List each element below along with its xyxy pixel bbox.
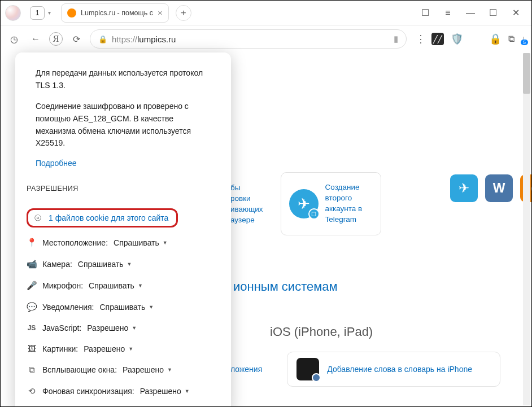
cookie-row: ⦾ 1 файлов cookie для этого сайта xyxy=(27,204,213,232)
social-row: ✈ W ǒ xyxy=(450,52,532,202)
window-close-icon[interactable]: ✕ xyxy=(504,2,527,24)
browser-tab[interactable]: Lumpics.ru - помощь с × xyxy=(61,3,169,23)
popup-icon: ⧉ xyxy=(27,365,37,375)
more-info-link[interactable]: Подробнее xyxy=(36,159,213,168)
perm-value: Разрешено xyxy=(140,387,181,396)
perm-images[interactable]: 🖼 Картинки: Разрешено ▼ xyxy=(27,338,213,359)
ios-article-card[interactable]: Добавление слова в словарь на iPhone xyxy=(287,352,500,387)
permissions-heading: РАЗРЕШЕНИЯ xyxy=(27,185,213,192)
image-icon: 🖼 xyxy=(27,344,37,353)
perm-label: Микрофон: xyxy=(42,281,83,290)
perm-label: Уведомления: xyxy=(42,303,94,312)
social-row-wrapper: ✈ W ǒ xyxy=(416,52,532,202)
url-input[interactable]: 🔒 https://lumpics.ru ▮ xyxy=(90,29,407,49)
ios-article-link[interactable]: Добавление слова в словарь на iPhone xyxy=(327,365,472,374)
perm-javascript[interactable]: JS JavaScript: Разрешено ▼ xyxy=(27,318,213,338)
cookie-icon: ⦾ xyxy=(33,213,43,223)
minimize-icon[interactable]: ― xyxy=(459,2,482,24)
chevron-down-icon: ▼ xyxy=(138,283,143,288)
overflow-icon[interactable]: ⧉ xyxy=(508,34,514,44)
location-pin-icon: 📍 xyxy=(27,238,37,248)
history-icon[interactable]: ◷ xyxy=(6,31,22,47)
social-telegram[interactable]: ✈ xyxy=(450,174,478,202)
microphone-icon: 🎤 xyxy=(27,281,37,291)
perm-value: Разрешено xyxy=(123,365,164,374)
chevron-down-icon: ▼ xyxy=(167,367,172,373)
url-domain: lumpics.ru xyxy=(137,34,176,44)
menu-icon[interactable]: ≡ xyxy=(437,2,459,24)
telegram-card[interactable]: ✈☐ Создание второго аккаунта в Telegram xyxy=(281,172,381,235)
maximize-icon[interactable]: ☐ xyxy=(482,2,504,24)
scrollbar-thumb[interactable] xyxy=(523,53,530,94)
scrollbar[interactable] xyxy=(523,53,530,405)
perm-microphone[interactable]: 🎤 Микрофон: Спрашивать ▼ xyxy=(27,275,213,296)
sync-icon: ⟲ xyxy=(27,386,37,396)
address-bar: ◷ ← Я ⟳ 🔒 https://lumpics.ru ▮ ⋮ ╱╱ 🛡️ 🛡… xyxy=(1,25,531,52)
tls-info-text: Для передачи данных используется протоко… xyxy=(36,67,213,91)
perm-label: Камера: xyxy=(42,260,72,269)
chevron-down-icon[interactable]: ▾ xyxy=(48,10,51,16)
telegram-icon: ✈☐ xyxy=(289,189,319,218)
perm-value: Спрашивать xyxy=(99,303,145,312)
perm-notifications[interactable]: 💬 Уведомления: Спрашивать ▼ xyxy=(27,296,213,318)
camera-icon: 📹 xyxy=(27,259,37,269)
perm-value: Разрешено xyxy=(84,344,125,353)
bookmarks-icon[interactable]: ☐ xyxy=(414,2,437,24)
cipher-info-text: Соединение зашифровано и проверено с пом… xyxy=(36,100,213,150)
yandex-icon[interactable]: Я xyxy=(49,32,63,46)
cookie-link[interactable]: 1 файлов cookie для этого сайта xyxy=(49,213,168,222)
chevron-down-icon: ▼ xyxy=(128,346,133,352)
url-scheme: https:// xyxy=(112,34,137,44)
tab-title: Lumpics.ru - помощь с xyxy=(81,9,153,17)
chevron-down-icon: ▼ xyxy=(132,325,137,331)
bookmark-star-icon[interactable]: ▮ xyxy=(394,34,398,44)
perm-value: Спрашивать xyxy=(78,260,124,269)
profile-avatar[interactable] xyxy=(5,5,21,21)
chevron-down-icon: ▼ xyxy=(163,240,168,246)
perm-popups[interactable]: ⧉ Всплывающие окна: Разрешено ▼ xyxy=(27,359,213,380)
extensions-row: ⋮ ╱╱ 🛡️ 🛡 🔒 ⧉ ↓5 xyxy=(416,33,526,45)
downloads-icon[interactable]: ↓5 xyxy=(521,34,526,44)
javascript-icon: JS xyxy=(27,324,37,332)
telegram-sub-icon: ☐ xyxy=(308,208,320,220)
perm-value: Спрашивать xyxy=(89,281,134,290)
perm-location[interactable]: 📍 Местоположение: Спрашивать ▼ xyxy=(27,232,213,253)
tab-count-button[interactable]: 1 xyxy=(30,6,45,20)
chevron-down-icon: ▼ xyxy=(127,261,132,267)
back-button[interactable]: ← xyxy=(28,31,43,47)
perm-label: Картинки: xyxy=(42,344,78,353)
telegram-card-text: Создание второго аккаунта в Telegram xyxy=(325,182,363,225)
cookie-highlight: ⦾ 1 файлов cookie для этого сайта xyxy=(27,208,178,227)
perm-background-sync[interactable]: ⟲ Фоновая синхронизация: Разрешено ▼ xyxy=(27,380,213,402)
perm-label: Всплывающие окна: xyxy=(42,365,117,374)
window-titlebar: 1 ▾ Lumpics.ru - помощь с × + ☐ ≡ ― ☐ ✕ xyxy=(1,1,531,25)
new-tab-button[interactable]: + xyxy=(176,5,191,21)
perm-value: Спрашивать xyxy=(114,238,159,247)
lock-icon[interactable]: 🔒 xyxy=(98,35,107,43)
close-icon[interactable]: × xyxy=(158,8,163,17)
perm-label: JavaScript: xyxy=(42,323,81,332)
card-partial-text: бы ровки ивающих аузере xyxy=(230,172,274,235)
extension-noscript-icon[interactable]: ╱╱ xyxy=(431,33,444,45)
extension-security-icon[interactable]: 🔒 xyxy=(489,33,502,45)
perm-value: Разрешено xyxy=(87,323,128,332)
bell-icon: 💬 xyxy=(27,302,37,312)
iphone-sub-icon xyxy=(312,373,321,382)
chevron-down-icon: ▼ xyxy=(185,388,190,394)
iphone-icon xyxy=(296,358,319,380)
site-info-dropdown: Для передачи данных используется протоко… xyxy=(15,52,231,407)
downloads-badge: 5 xyxy=(521,40,528,45)
more-icon[interactable]: ⋮ xyxy=(416,33,425,45)
chevron-down-icon: ▼ xyxy=(149,304,154,310)
perm-label: Фоновая синхронизация: xyxy=(42,387,134,396)
social-vk[interactable]: W xyxy=(485,174,513,202)
perm-camera[interactable]: 📹 Камера: Спрашивать ▼ xyxy=(27,253,213,275)
perm-label: Местоположение: xyxy=(42,238,108,247)
site-favicon xyxy=(67,8,76,17)
tab-count-value: 1 xyxy=(36,9,40,17)
reload-button[interactable]: ⟳ xyxy=(68,31,84,47)
ios-partial-text: ложения xyxy=(230,365,273,374)
extension-ublock-icon[interactable]: 🛡️ xyxy=(451,33,463,45)
extension-adguard-icon[interactable]: 🛡 xyxy=(470,33,482,45)
url-text: https://lumpics.ru xyxy=(112,34,176,44)
